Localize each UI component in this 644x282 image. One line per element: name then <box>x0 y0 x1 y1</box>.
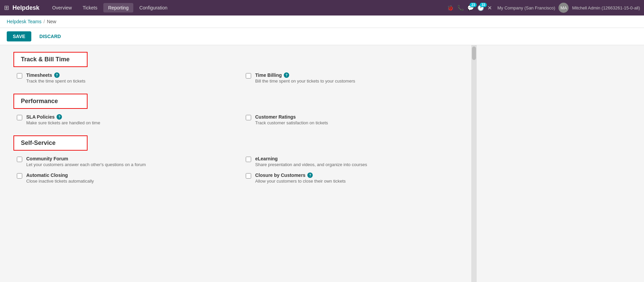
feature-title-closure-by-customers: Closure by Customers? <box>255 173 346 178</box>
content-area: Track & Bill TimeTimesheets?Track the ti… <box>0 45 471 282</box>
feature-info-closure-by-customers: Closure by Customers?Allow your customer… <box>255 173 346 184</box>
feature-info-sla-policies: SLA Policies?Make sure tickets are handl… <box>26 114 100 125</box>
topnav-right-area: 🐞 📞 💬 23 🕐 33 ✕ My Company (San Francisc… <box>447 3 640 13</box>
feature-label-sla-policies: SLA Policies <box>26 114 55 120</box>
feature-item-elearning: eLearningShare presentation and videos, … <box>246 156 454 167</box>
feature-info-elearning: eLearningShare presentation and videos, … <box>255 156 367 167</box>
section-self-service: Self-ServiceCommunity ForumLet your cust… <box>13 135 458 184</box>
section-header-track-bill-time: Track & Bill Time <box>13 52 88 67</box>
section-items-self-service: Community ForumLet your customers answer… <box>13 156 458 184</box>
feature-desc-timesheets: Track the time spent on tickets <box>26 79 86 84</box>
main-content: Track & Bill TimeTimesheets?Track the ti… <box>0 45 644 282</box>
avatar[interactable]: MA <box>558 3 569 13</box>
discard-button[interactable]: DISCARD <box>35 31 66 41</box>
nav-configuration[interactable]: Configuration <box>135 3 172 12</box>
section-header-performance: Performance <box>13 94 88 109</box>
bug-icon[interactable]: 🐞 <box>447 5 454 11</box>
app-brand[interactable]: Helpdesk <box>12 4 39 11</box>
feature-desc-closure-by-customers: Allow your customers to close their own … <box>255 179 346 184</box>
chat-badge: 23 <box>470 3 477 7</box>
nav-links: Overview Tickets Reporting Configuration <box>47 3 447 12</box>
nav-reporting[interactable]: Reporting <box>103 3 133 12</box>
checkbox-community-forum[interactable] <box>17 157 22 162</box>
checkbox-time-billing[interactable] <box>246 73 251 79</box>
checkbox-closure-by-customers[interactable] <box>246 173 251 179</box>
feature-item-sla-policies: SLA Policies?Make sure tickets are handl… <box>17 114 226 125</box>
feature-item-community-forum: Community ForumLet your customers answer… <box>17 156 226 167</box>
feature-info-automatic-closing: Automatic ClosingClose inactive tickets … <box>26 173 94 184</box>
feature-item-customer-ratings: Customer RatingsTrack customer satisfact… <box>246 114 454 125</box>
grid-icon[interactable]: ⊞ <box>4 4 9 11</box>
feature-title-automatic-closing: Automatic Closing <box>26 173 94 178</box>
feature-title-sla-policies: SLA Policies? <box>26 114 100 120</box>
feature-title-timesheets: Timesheets? <box>26 72 86 78</box>
feature-label-closure-by-customers: Closure by Customers <box>255 173 305 178</box>
nav-overview[interactable]: Overview <box>47 3 76 12</box>
settings-icon[interactable]: ✕ <box>487 5 492 11</box>
checkbox-customer-ratings[interactable] <box>246 115 251 120</box>
feature-label-elearning: eLearning <box>255 156 278 161</box>
help-icon-time-billing[interactable]: ? <box>284 72 289 78</box>
feature-desc-customer-ratings: Track customer satisfaction on tickets <box>255 120 328 125</box>
scrollbar[interactable] <box>471 45 477 282</box>
feature-title-time-billing: Time Billing? <box>255 72 355 78</box>
feature-desc-elearning: Share presentation and videos, and organ… <box>255 162 367 167</box>
section-performance: PerformanceSLA Policies?Make sure ticket… <box>13 94 458 125</box>
feature-label-customer-ratings: Customer Ratings <box>255 114 296 120</box>
chat-icon[interactable]: 💬 23 <box>467 5 474 11</box>
section-items-track-bill-time: Timesheets?Track the time spent on ticke… <box>13 72 458 84</box>
breadcrumb-separator: / <box>43 19 45 24</box>
checkbox-automatic-closing[interactable] <box>17 173 22 179</box>
company-name: My Company (San Francisco) <box>497 5 555 10</box>
section-header-self-service: Self-Service <box>13 135 88 151</box>
feature-info-customer-ratings: Customer RatingsTrack customer satisfact… <box>255 114 328 125</box>
feature-info-time-billing: Time Billing?Bill the time spent on your… <box>255 72 355 84</box>
top-navigation: ⊞ Helpdesk Overview Tickets Reporting Co… <box>0 0 644 15</box>
feature-item-closure-by-customers: Closure by Customers?Allow your customer… <box>246 173 454 184</box>
scrollbar-thumb[interactable] <box>472 46 476 60</box>
feature-item-automatic-closing: Automatic ClosingClose inactive tickets … <box>17 173 226 184</box>
feature-label-automatic-closing: Automatic Closing <box>26 173 68 178</box>
feature-label-community-forum: Community Forum <box>26 156 68 161</box>
checkbox-sla-policies[interactable] <box>17 115 22 120</box>
section-track-bill-time: Track & Bill TimeTimesheets?Track the ti… <box>13 52 458 84</box>
username: Mitchell Admin (12663261-15-0-all) <box>572 5 640 10</box>
help-icon-closure-by-customers[interactable]: ? <box>307 173 313 178</box>
save-button[interactable]: SAVE <box>7 31 31 41</box>
feature-info-timesheets: Timesheets?Track the time spent on ticke… <box>26 72 86 84</box>
feature-info-community-forum: Community ForumLet your customers answer… <box>26 156 146 167</box>
feature-label-time-billing: Time Billing <box>255 72 282 78</box>
action-bar: SAVE DISCARD <box>0 28 644 45</box>
feature-desc-community-forum: Let your customers answer each other's q… <box>26 162 146 167</box>
breadcrumb-parent[interactable]: Helpdesk Teams <box>7 19 41 24</box>
nav-tickets[interactable]: Tickets <box>78 3 102 12</box>
breadcrumb-current: New <box>47 19 56 24</box>
feature-desc-sla-policies: Make sure tickets are handled on time <box>26 120 100 125</box>
feature-title-community-forum: Community Forum <box>26 156 146 161</box>
phone-icon[interactable]: 📞 <box>457 5 464 11</box>
feature-label-timesheets: Timesheets <box>26 72 52 78</box>
clock-badge: 33 <box>480 3 487 7</box>
breadcrumb: Helpdesk Teams / New <box>0 15 644 28</box>
feature-item-timesheets: Timesheets?Track the time spent on ticke… <box>17 72 226 84</box>
checkbox-timesheets[interactable] <box>17 73 22 79</box>
feature-title-customer-ratings: Customer Ratings <box>255 114 328 120</box>
feature-title-elearning: eLearning <box>255 156 367 161</box>
help-icon-sla-policies[interactable]: ? <box>57 114 62 120</box>
feature-item-time-billing: Time Billing?Bill the time spent on your… <box>246 72 454 84</box>
checkbox-elearning[interactable] <box>246 157 251 162</box>
feature-desc-time-billing: Bill the time spent on your tickets to y… <box>255 79 355 84</box>
section-items-performance: SLA Policies?Make sure tickets are handl… <box>13 114 458 125</box>
help-icon-timesheets[interactable]: ? <box>54 72 60 78</box>
feature-desc-automatic-closing: Close inactive tickets automatically <box>26 179 94 184</box>
clock-icon[interactable]: 🕐 33 <box>477 5 484 11</box>
